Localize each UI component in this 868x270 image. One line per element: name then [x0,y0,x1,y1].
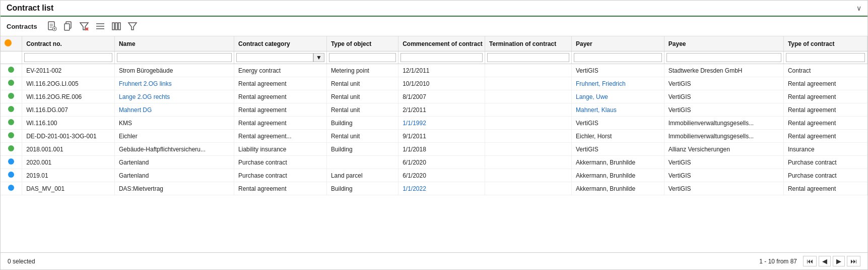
last-page-button[interactable]: ⏭ [847,256,860,266]
cell-name: Eichler [114,130,234,143]
status-dot-cell [1,156,22,169]
cell-contract_no: 2019.01 [22,169,115,182]
filter-icon[interactable] [126,20,139,33]
filter-category-dropdown-icon[interactable]: ▼ [313,53,324,62]
contract-table-body: EV-2011-002Strom BürogebäudeEnergy contr… [1,64,867,195]
filter-type-contract[interactable] [783,51,867,64]
filter-commencement-input[interactable] [400,53,483,62]
svg-rect-17 [118,23,120,30]
table-row[interactable]: WI.116.2OG.LI.005Fruhnert 2.OG linksRent… [1,77,867,90]
link-payer[interactable]: Fruhnert, Friedrich [576,80,626,87]
cell-category: Rental agreement [234,90,327,103]
cell-type_object: Building [326,182,398,195]
cell-payer[interactable]: Mahnert, Klaus [572,103,664,117]
cell-category: Purchase contract [234,169,327,182]
first-page-button[interactable]: ⏮ [803,256,817,266]
header-name[interactable]: Name [114,36,234,51]
status-dot [8,67,14,73]
filter-type-object-input[interactable] [329,53,396,62]
header-type-object[interactable]: Type of object [326,36,398,51]
svg-rect-8 [64,24,70,30]
cell-termination [485,90,572,103]
cell-payee: VertiGIS [664,156,783,169]
link-name[interactable]: Mahnert DG [119,106,152,114]
cell-termination [485,77,572,90]
list-view-icon[interactable] [94,20,107,33]
link-name[interactable]: Fruhnert 2.OG links [119,80,172,87]
header-payer[interactable]: Payer [572,36,664,51]
filter-commencement[interactable] [398,51,485,64]
filter-payer-input[interactable] [574,53,662,62]
cell-name[interactable]: Lange 2.OG rechts [114,90,234,103]
table-row[interactable]: 2020.001GartenlandPurchase contract6/1/2… [1,156,867,169]
cell-name: KMS [114,117,234,130]
link-commencement[interactable]: 1/1/2022 [403,185,426,192]
title-bar: Contract list ∨ [1,1,867,17]
next-page-button[interactable]: ▶ [833,256,845,266]
cell-category: Rental agreement [234,103,327,117]
status-dot-cell [1,169,22,182]
new-document-icon[interactable] [45,20,58,33]
cell-name[interactable]: Fruhnert 2.OG links [114,77,234,90]
cell-category: Rental agreement... [234,130,327,143]
header-contract-no[interactable]: Contract no. [22,36,115,51]
cell-name: DAS:Mietvertrag [114,182,234,195]
table-row[interactable]: 2019.01GartenlandPurchase contractLand p… [1,169,867,182]
filter-termination[interactable] [485,51,572,64]
filter-payee-input[interactable] [666,53,781,62]
filter-payee[interactable] [664,51,783,64]
filter-row: ▼ [1,51,867,64]
prev-page-button[interactable]: ◀ [819,256,831,266]
cell-name: Gartenland [114,169,234,182]
status-dot [8,185,14,191]
cell-payee: VertiGIS [664,169,783,182]
filter-termination-input[interactable] [487,53,569,62]
header-category[interactable]: Contract category [234,36,327,51]
filter-contract-no[interactable] [22,51,115,64]
filter-name-input[interactable] [117,53,232,62]
table-row[interactable]: WI.116.100KMSRental agreementBuilding1/1… [1,117,867,130]
filter-contract-no-input[interactable] [24,53,112,62]
link-name[interactable]: Lange 2.OG rechts [119,93,170,100]
table-row[interactable]: WI.116.DG.007Mahnert DGRental agreementR… [1,103,867,117]
table-row[interactable]: DE-DD-201-001-3OG-001EichlerRental agree… [1,130,867,143]
filter-category[interactable]: ▼ [234,51,327,64]
table-row[interactable]: WI.116.2OG.RE.006Lange 2.OG rechtsRental… [1,90,867,103]
cell-commencement[interactable]: 1/1/1992 [398,117,485,130]
filter-type-object[interactable] [326,51,398,64]
header-type-contract[interactable]: Type of contract [783,36,867,51]
table-row[interactable]: EV-2011-002Strom BürogebäudeEnergy contr… [1,64,867,77]
header-termination[interactable]: Termination of contract [485,36,572,51]
header-payee[interactable]: Payee [664,36,783,51]
cell-payer[interactable]: Lange, Uwe [572,90,664,103]
cell-name[interactable]: Mahnert DG [114,103,234,117]
column-view-icon[interactable] [110,20,123,33]
cell-termination [485,130,572,143]
cell-type_object: Rental unit [326,90,398,103]
delete-filter-icon[interactable] [78,20,91,33]
cell-payer[interactable]: Fruhnert, Friedrich [572,77,664,90]
filter-type-contract-input[interactable] [786,53,865,62]
cell-payer: VertiGIS [572,64,664,77]
link-payer[interactable]: Mahnert, Klaus [576,106,617,114]
header-commencement[interactable]: Commencement of contract [398,36,485,51]
table-row[interactable]: DAS_MV_001DAS:MietvertragRental agreemen… [1,182,867,195]
cell-payee: Immobilienverwaltungsgesells... [664,117,783,130]
table-row[interactable]: 2018.001.001Gebäude-Haftpflichtversicher… [1,143,867,156]
filter-name[interactable] [114,51,234,64]
filter-category-input[interactable] [236,53,313,62]
cell-commencement[interactable]: 1/1/2022 [398,182,485,195]
status-dot-cell [1,143,22,156]
window-title: Contract list [7,4,53,13]
link-commencement[interactable]: 1/1/1992 [403,120,426,127]
cell-name: Gartenland [114,156,234,169]
cell-payee: Immobilienverwaltungsgesells... [664,130,783,143]
filter-payer[interactable] [572,51,664,64]
link-payer[interactable]: Lange, Uwe [576,93,608,100]
cell-name: Strom Bürogebäude [114,64,234,77]
contract-table-wrapper: Contract no. Name Contract category Type… [1,36,867,252]
copy-document-icon[interactable] [61,20,75,33]
contracts-label: Contracts [7,23,37,30]
cell-type_object: Metering point [326,64,398,77]
collapse-chevron[interactable]: ∨ [856,4,861,12]
